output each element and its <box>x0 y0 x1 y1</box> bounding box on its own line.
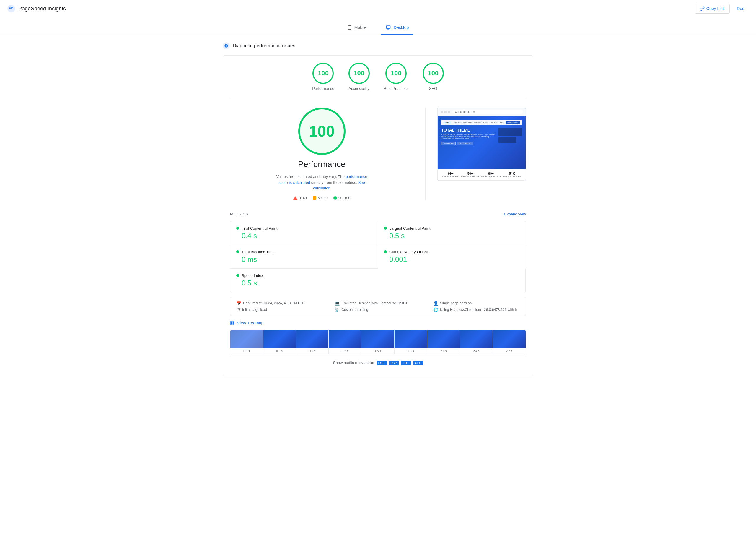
tab-mobile[interactable]: Mobile <box>343 22 371 35</box>
score-item-performance[interactable]: 100 Performance <box>312 63 334 91</box>
footer-item-emulated: 💻 Emulated Desktop with Lighthouse 12.0.… <box>335 301 421 306</box>
filmstrip-time-4: 1.2 s <box>329 348 361 354</box>
filmstrip-time-5: 1.5 s <box>361 348 394 354</box>
score-label-seo: SEO <box>429 86 437 91</box>
score-value-accessibility: 100 <box>353 69 364 77</box>
legend-item-red: 0–49 <box>293 196 307 200</box>
screenshot-img-1 <box>498 128 522 136</box>
stat-lbl-2: Pre-Made Demos <box>461 175 480 178</box>
score-label-best-practices: Best Practices <box>384 86 408 91</box>
audit-tag-tbt[interactable]: TBT <box>401 361 411 365</box>
score-item-accessibility[interactable]: 100 Accessibility <box>348 63 370 91</box>
legend-orange-label: 50–89 <box>318 196 328 200</box>
metric-tbt-name-row: Total Blocking Time <box>236 250 372 254</box>
doc-button[interactable]: Doc <box>732 4 749 13</box>
metric-cls-name-row: Cumulative Layout Shift <box>384 250 520 254</box>
legend-item-orange: 50–89 <box>313 196 328 200</box>
audit-tag-lcp[interactable]: LCP <box>389 361 399 365</box>
metric-si-value: 0.5 s <box>242 279 519 287</box>
filmstrip-time-3: 0.9 s <box>296 348 328 354</box>
view-treemap-section[interactable]: View Treemap <box>230 321 526 325</box>
footer-col-1: 📅 Captured at Jul 24, 2024, 4:18 PM PDT … <box>236 301 323 312</box>
metric-cls: Cumulative Layout Shift 0.001 <box>378 245 526 268</box>
filmstrip-row: 0.3 s 0.6 s 0.9 s 1.2 s 1.5 s <box>230 331 526 354</box>
pagespeed-logo <box>7 4 15 13</box>
footer-item-browser: 🌐 Using HeadlessChromium 126.0.6478.126 … <box>433 307 520 312</box>
metric-lcp-name-row: Largest Contentful Paint <box>384 226 520 230</box>
stat-item-2: 50+ Pre-Made Demos <box>461 172 480 178</box>
perf-score-link[interactable]: performance score is calculated <box>278 174 367 185</box>
legend-green-label: 90–100 <box>338 196 350 200</box>
filmstrip-thumb-8 <box>460 331 493 348</box>
see-calculator-link[interactable]: See calculator <box>313 180 365 190</box>
filmstrip-item-7: 2.1 s <box>427 331 460 354</box>
screenshot-btn1: VIEW MORE <box>441 141 456 145</box>
monitor-icon: 💻 <box>335 301 340 306</box>
tab-desktop[interactable]: Desktop <box>381 22 413 35</box>
user-icon: 👤 <box>433 301 438 306</box>
filmstrip-item-3: 0.9 s <box>296 331 329 354</box>
stat-item-3: 89+ WPBakery Patterns <box>481 172 501 178</box>
filmstrip-time-2: 0.6 s <box>263 348 296 354</box>
metric-fcp-name-row: First Contentful Paint <box>236 226 372 230</box>
screenshot-content: TOTAL Features Elements Partners Costs D… <box>438 116 526 169</box>
score-card: 100 Performance 100 Accessibility 100 Be… <box>223 55 533 376</box>
legend-red-label: 0–49 <box>299 196 307 200</box>
audit-tag-cls[interactable]: CLS <box>413 361 423 365</box>
metrics-header: METRICS Expand view <box>230 209 526 216</box>
score-value-best-practices: 100 <box>391 69 402 77</box>
screenshot-nav-btn: Get Started <box>506 121 520 124</box>
score-label-performance: Performance <box>312 86 334 91</box>
perf-right: wpexplorer.com TOTAL Features Elements P… <box>437 108 526 180</box>
expand-view-button[interactable]: Expand view <box>504 212 526 216</box>
svg-rect-4 <box>386 26 390 28</box>
legend-red-icon <box>293 196 297 200</box>
browser-dots <box>441 111 450 113</box>
desktop-icon <box>385 25 391 30</box>
filmstrip-thumb-7 <box>427 331 460 348</box>
footer-emulated-text: Emulated Desktop with Lighthouse 12.0.0 <box>341 301 407 305</box>
metric-lcp-name: Largest Contentful Paint <box>389 226 430 230</box>
browser-nav-bar: wpexplorer.com <box>452 110 523 114</box>
metrics-label: METRICS <box>230 212 248 216</box>
app-title: PageSpeed Insights <box>18 6 66 12</box>
footer-page-load-text: Initial page load <box>242 308 267 312</box>
screenshot-btn2: GET STARTED <box>457 141 473 145</box>
score-circle-accessibility: 100 <box>348 63 370 84</box>
copy-link-button[interactable]: Copy Link <box>695 4 730 14</box>
metric-cls-dot <box>384 250 387 253</box>
legend-item-green: 90–100 <box>333 196 350 200</box>
browser-dot-1 <box>441 111 443 113</box>
footer-item-session: 👤 Single page session <box>433 301 520 306</box>
screenshot-images <box>498 128 522 145</box>
metric-tbt-value: 0 ms <box>242 255 372 263</box>
filmstrip-thumb-4 <box>329 331 361 348</box>
section-divider <box>425 108 426 200</box>
footer-item-captured: 📅 Captured at Jul 24, 2024, 4:18 PM PDT <box>236 301 323 306</box>
copy-link-label: Copy Link <box>706 6 725 11</box>
main-content: Diagnose performance issues 100 Performa… <box>216 42 540 388</box>
diagnose-icon <box>223 42 230 49</box>
perf-note: Values are estimated and may vary. The p… <box>275 174 369 191</box>
screenshot-hero-title: TOTAL THEME <box>441 128 496 132</box>
perf-title: Performance <box>298 159 345 169</box>
website-screenshot: wpexplorer.com TOTAL Features Elements P… <box>437 108 526 180</box>
tab-desktop-label: Desktop <box>394 25 409 30</box>
footer-browser-text: Using HeadlessChromium 126.0.6478.126 wi… <box>440 308 517 312</box>
legend-orange-icon <box>313 196 316 200</box>
screenshot-hero: TOTAL THEME A innovative WordPress theme… <box>441 128 522 145</box>
filmstrip-time-9: 2.7 s <box>493 348 526 354</box>
metric-tbt-name: Total Blocking Time <box>242 250 275 254</box>
score-value-seo: 100 <box>428 69 439 77</box>
big-score-value: 100 <box>309 122 335 140</box>
score-item-seo[interactable]: 100 SEO <box>423 63 444 91</box>
browser-dot-2 <box>444 111 447 113</box>
performance-section: 100 Performance Values are estimated and… <box>230 108 526 209</box>
metric-lcp-dot <box>384 227 387 229</box>
score-item-best-practices[interactable]: 100 Best Practices <box>384 63 408 91</box>
filmstrip-time-6: 1.8 s <box>395 348 427 354</box>
audit-tag-fcp[interactable]: FCP <box>377 361 387 365</box>
filmstrip-time-7: 2.1 s <box>427 348 460 354</box>
mobile-icon <box>347 25 352 30</box>
filmstrip-item-1: 0.3 s <box>230 331 263 354</box>
